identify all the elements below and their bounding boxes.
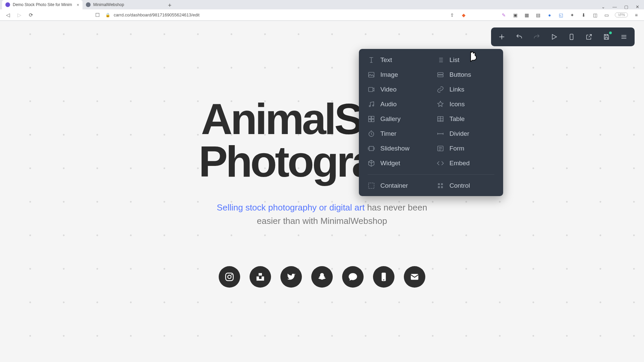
option-label: Audio — [380, 101, 397, 108]
svg-rect-8 — [369, 72, 374, 77]
instagram-icon[interactable] — [219, 266, 240, 288]
add-element-button[interactable] — [493, 28, 511, 46]
page-subtitle[interactable]: Selling stock photography or digital art… — [217, 201, 427, 228]
svg-rect-11 — [369, 87, 373, 92]
favicon-icon — [5, 2, 10, 7]
extensions-icon[interactable]: ✦ — [569, 12, 575, 18]
redo-button[interactable] — [528, 28, 545, 46]
svg-rect-22 — [369, 183, 374, 189]
svg-rect-10 — [438, 75, 443, 77]
lock-icon: 🔒 — [105, 13, 110, 17]
add-icons-option[interactable]: Icons — [437, 101, 494, 108]
add-buttons-option[interactable]: Buttons — [437, 71, 494, 78]
twitter-icon[interactable] — [280, 266, 302, 288]
add-form-option[interactable]: Form — [437, 145, 494, 152]
option-label: Container — [380, 182, 408, 189]
editor-toolbar — [491, 27, 635, 46]
option-label: Embed — [449, 160, 470, 167]
svg-point-5 — [383, 280, 384, 281]
share-icon[interactable]: ⇪ — [449, 12, 455, 18]
add-timer-option[interactable]: Timer — [368, 130, 425, 137]
editor-menu-button[interactable] — [615, 28, 633, 46]
address-bar: ◁ ▷ ⟳ ☐ 🔒 carrd.co/dashboard/98171690556… — [0, 9, 644, 20]
svg-point-2 — [231, 274, 232, 275]
tab-close-icon[interactable]: × — [76, 2, 79, 7]
option-label: List — [449, 56, 460, 64]
brave-shield-icon[interactable]: ◆ — [461, 12, 467, 18]
ext-images-icon[interactable]: ▣ — [512, 12, 518, 18]
unsplash-icon[interactable] — [250, 266, 271, 288]
add-video-option[interactable]: Video — [368, 86, 425, 93]
option-label: Control — [449, 182, 470, 189]
add-divider-option[interactable]: Divider — [437, 130, 494, 137]
add-table-option[interactable]: Table — [437, 115, 494, 123]
svg-rect-7 — [570, 34, 573, 40]
option-label: Text — [380, 56, 392, 64]
reload-icon[interactable]: ⟳ — [28, 12, 34, 18]
wallet-icon[interactable]: ▭ — [603, 12, 609, 18]
tab-title: MinimalWebshop — [93, 2, 124, 7]
browser-menu-icon[interactable]: ≡ — [633, 12, 639, 18]
favicon-icon — [86, 2, 91, 7]
url-field[interactable]: 🔒 carrd.co/dashboard/9817169055624613/ed… — [105, 12, 444, 17]
minimize-icon[interactable]: — — [612, 4, 617, 9]
option-label: Image — [380, 71, 398, 78]
svg-rect-20 — [369, 146, 374, 151]
ext-crop-icon[interactable]: ◱ — [558, 12, 564, 18]
bookmark-icon[interactable]: ☐ — [94, 12, 101, 18]
social-links-row[interactable] — [219, 266, 425, 288]
option-label: Timer — [380, 130, 396, 137]
add-list-option[interactable]: List — [437, 56, 494, 64]
chevron-down-icon[interactable]: ⌄ — [601, 4, 605, 9]
maximize-icon[interactable]: ▢ — [624, 4, 628, 9]
svg-rect-16 — [369, 119, 371, 122]
add-slideshow-option[interactable]: Slideshow — [368, 145, 425, 152]
vpn-badge[interactable]: VPN — [615, 12, 628, 17]
browser-tab-1[interactable]: MinimalWebshop — [83, 0, 163, 9]
add-links-option[interactable]: Links — [437, 86, 494, 93]
ext-grid-icon[interactable]: ▦ — [524, 12, 530, 18]
close-window-icon[interactable]: ✕ — [636, 4, 639, 9]
window-controls: ⌄ — ▢ ✕ — [601, 3, 644, 9]
nav-back-icon[interactable]: ◁ — [5, 12, 11, 18]
svg-rect-17 — [372, 119, 374, 122]
sidepanel-icon[interactable]: ◫ — [592, 12, 598, 18]
ext-readlist-icon[interactable]: ▤ — [535, 12, 541, 18]
add-widget-option[interactable]: Widget — [368, 160, 425, 167]
unsaved-indicator — [609, 32, 612, 34]
add-image-option[interactable]: Image — [368, 71, 425, 78]
ext-pen-icon[interactable]: ✎ — [501, 12, 507, 18]
add-control-option[interactable]: Control — [437, 182, 494, 189]
chat-icon[interactable] — [342, 266, 364, 288]
subtitle-link: Selling stock photography or digital art — [217, 202, 365, 213]
add-gallery-option[interactable]: Gallery — [368, 115, 425, 123]
option-label: Icons — [449, 101, 465, 108]
open-external-button[interactable] — [580, 28, 598, 46]
option-label: Slideshow — [380, 145, 410, 152]
phone-icon[interactable] — [373, 266, 394, 288]
option-label: Form — [449, 145, 464, 152]
preview-button[interactable] — [545, 28, 563, 46]
snapchat-icon[interactable] — [311, 266, 333, 288]
option-label: Buttons — [449, 71, 471, 78]
new-tab-button[interactable]: + — [166, 1, 174, 9]
option-label: Gallery — [380, 115, 400, 123]
add-embed-option[interactable]: Embed — [437, 160, 494, 167]
add-audio-option[interactable]: Audio — [368, 101, 425, 108]
svg-rect-9 — [438, 73, 443, 75]
svg-rect-14 — [369, 116, 371, 119]
add-container-option[interactable]: Container — [368, 182, 425, 189]
ext-circle-icon[interactable]: ● — [546, 12, 552, 18]
option-label: Divider — [449, 130, 469, 137]
nav-forward-icon[interactable]: ▷ — [16, 12, 23, 18]
download-icon[interactable]: ⬇ — [581, 12, 587, 18]
editor-canvas[interactable]: AnimalStock Photography Selling stock ph… — [0, 21, 644, 362]
add-element-panel: Text List Image Buttons Video Links Audi… — [359, 49, 503, 196]
browser-tab-0[interactable]: Demo Stock Photo Site for Minim × — [2, 0, 83, 9]
mail-icon[interactable] — [404, 266, 425, 288]
save-button[interactable] — [598, 28, 615, 46]
mobile-view-button[interactable] — [563, 28, 580, 46]
add-text-option[interactable]: Text — [368, 56, 425, 64]
undo-button[interactable] — [511, 28, 528, 46]
page-content: AnimalStock Photography Selling stock ph… — [0, 21, 644, 288]
